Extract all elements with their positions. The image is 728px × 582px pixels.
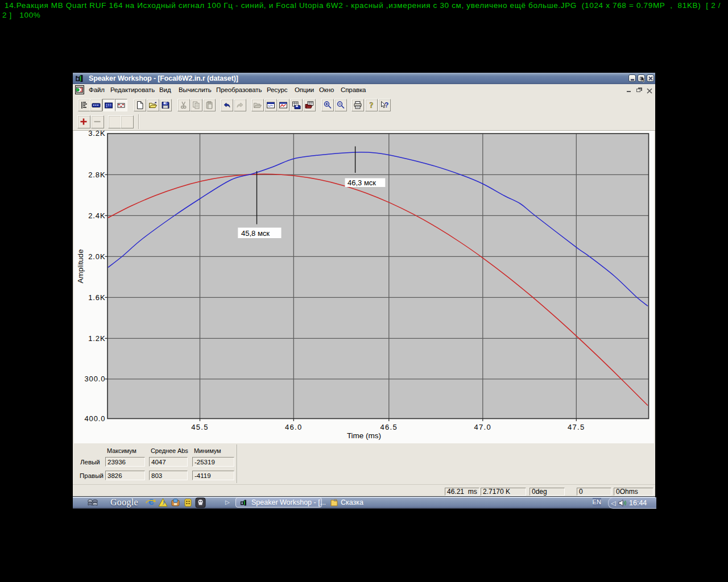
svg-text:300.0: 300.0 bbox=[84, 375, 105, 383]
svg-text:45.5: 45.5 bbox=[191, 423, 209, 431]
svg-text:47.0: 47.0 bbox=[474, 423, 492, 431]
svg-text:2.0K: 2.0K bbox=[88, 252, 105, 261]
svg-text:2.4K: 2.4K bbox=[88, 211, 105, 220]
svg-text:46,3 мск: 46,3 мск bbox=[348, 178, 376, 187]
svg-text:3.2K: 3.2K bbox=[88, 131, 105, 138]
svg-text:400.0: 400.0 bbox=[84, 414, 105, 423]
svg-text:2.8K: 2.8K bbox=[88, 171, 105, 179]
svg-text:?: ? bbox=[370, 101, 374, 110]
svg-text:?: ? bbox=[384, 101, 389, 109]
svg-text:46.0: 46.0 bbox=[285, 423, 303, 431]
svg-text:Time (ms): Time (ms) bbox=[347, 431, 381, 440]
svg-text:46.5: 46.5 bbox=[380, 423, 398, 431]
svg-text:1.2K: 1.2K bbox=[88, 334, 105, 343]
svg-text:1.6K: 1.6K bbox=[88, 293, 105, 302]
svg-text:45,8 мск: 45,8 мск bbox=[241, 229, 270, 238]
svg-text:47.5: 47.5 bbox=[568, 423, 585, 431]
svg-text:Amplitude: Amplitude bbox=[76, 249, 85, 283]
